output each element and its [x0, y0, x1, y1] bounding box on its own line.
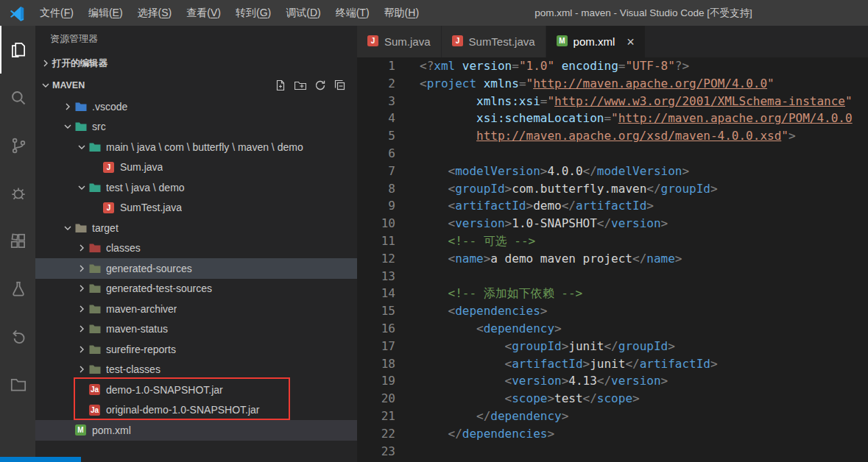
menu-帮助H[interactable]: 帮助(H) [377, 4, 426, 23]
tree-item-test-java-demo[interactable]: test \ java \ demo [35, 177, 357, 198]
close-icon[interactable]: × [627, 35, 635, 49]
sidebar-title: 资源管理器 [35, 26, 357, 52]
line-number: 10 [357, 215, 395, 232]
folder-vscode-icon [74, 102, 87, 112]
line-number: 23 [357, 443, 395, 461]
code-content: <?xml version="1.0" encoding="UTF-8"?><p… [420, 57, 853, 462]
menu-查看V[interactable]: 查看(V) [179, 4, 228, 23]
code-line: <!-- 添加如下依赖 --> [420, 285, 853, 302]
chevron-right-icon [74, 242, 88, 254]
collapse-all-icon[interactable] [334, 79, 347, 92]
tree-item-label: target [92, 222, 119, 234]
code-line: </dependencies> [420, 425, 853, 443]
code-line [420, 443, 853, 461]
tree-item-label: .vscode [92, 101, 127, 113]
folder-src-icon [88, 182, 101, 193]
menu-转到G[interactable]: 转到(G) [228, 4, 278, 23]
tree-item-surefire-reports[interactable]: surefire-reports [35, 339, 357, 360]
code-line [420, 145, 853, 163]
tree-item-generated-sources[interactable]: generated-sources [35, 258, 357, 279]
tree-item-label: maven-status [106, 323, 168, 335]
svg-text:J: J [371, 37, 375, 45]
new-file-icon[interactable] [274, 79, 287, 92]
tree-item-sum.java[interactable]: JSum.java [35, 157, 357, 178]
line-number: 18 [357, 355, 395, 373]
twist-spacer [88, 202, 102, 213]
jar-icon: Ja [88, 384, 101, 395]
tab-sumtest.java[interactable]: JSumTest.java [442, 26, 546, 57]
tab-pom.xml[interactable]: Mpom.xml× [546, 26, 646, 57]
tree-item-main-java-com-butterfly-maven-demo[interactable]: main \ java \ com \ butterfly \ maven \ … [35, 137, 357, 157]
tree-item-maven-archiver[interactable]: maven-archiver [35, 299, 357, 319]
java-icon: J [102, 202, 115, 213]
tree-item-label: Sum.java [120, 161, 163, 173]
status-bar-fragment [0, 457, 81, 462]
code-line: <?xml version="1.0" encoding="UTF-8"?> [420, 57, 853, 75]
code-line: <groupId>junit</groupId> [420, 338, 853, 355]
folder-gen-icon [88, 283, 101, 294]
line-number: 11 [357, 232, 395, 250]
debug-icon[interactable] [0, 169, 35, 217]
line-number: 22 [357, 425, 395, 443]
menu-选择S[interactable]: 选择(S) [130, 4, 180, 23]
menu-终端T[interactable]: 终端(T) [328, 4, 377, 23]
extensions-icon[interactable] [0, 217, 35, 265]
maven-section-label: MAVEN [52, 80, 85, 90]
tree-item-.vscode[interactable]: .vscode [35, 96, 357, 117]
open-editors-section-header[interactable]: 打开的编辑器 [35, 52, 357, 74]
tab-sum.java[interactable]: JSum.java [357, 26, 442, 57]
chevron-right-icon [60, 101, 74, 113]
code-line: <project xmlns="http://maven.apache.org/… [420, 75, 853, 93]
line-number: 17 [357, 338, 395, 355]
workbench: 资源管理器 打开的编辑器 MAVEN .vscodesrcmain \ java… [0, 26, 868, 462]
line-number: 12 [357, 250, 395, 268]
project-folder-icon[interactable] [0, 360, 35, 408]
menu-文件F[interactable]: 文件(F) [32, 4, 81, 23]
tree-item-classes[interactable]: classes [35, 238, 357, 259]
tree-item-generated-test-sources[interactable]: generated-test-sources [35, 279, 357, 299]
tree-item-target[interactable]: target [35, 218, 357, 238]
tree-item-label: SumTest.java [120, 202, 182, 213]
explorer-icon[interactable] [0, 26, 35, 74]
folder-gen-icon [88, 263, 101, 274]
chevron-right-icon [74, 323, 88, 335]
explorer-sidebar: 资源管理器 打开的编辑器 MAVEN .vscodesrcmain \ java… [35, 26, 357, 462]
line-number: 9 [357, 197, 395, 215]
line-number: 5 [357, 127, 395, 145]
tree-item-test-classes[interactable]: test-classes [35, 360, 357, 380]
folder-classes-icon [88, 243, 101, 253]
refresh-icon[interactable] [314, 79, 327, 92]
tab-bar: JSum.javaJSumTest.javaMpom.xml× [357, 26, 868, 57]
tree-item-pom.xml[interactable]: Mpom.xml [35, 420, 357, 441]
test-beaker-icon[interactable] [0, 265, 35, 313]
java-file-icon: J [367, 35, 378, 49]
editor-group: JSum.javaJSumTest.javaMpom.xml× 12345678… [357, 26, 868, 462]
tree-item-label: maven-archiver [106, 303, 177, 315]
svg-text:M: M [559, 37, 565, 45]
line-number: 4 [357, 110, 395, 127]
undo-arrow-icon[interactable] [0, 313, 35, 360]
chevron-right-icon [38, 57, 52, 69]
chevron-down-icon [38, 79, 52, 91]
code-editor[interactable]: 1234567891011121314151617181920212223 <?… [357, 57, 868, 462]
code-line: <!-- 可选 --> [420, 232, 853, 250]
code-line: <version>4.13</version> [420, 372, 853, 390]
tree-item-maven-status[interactable]: maven-status [35, 319, 357, 340]
tree-item-demo-1.0-snapshot.jar[interactable]: Jademo-1.0-SNAPSHOT.jar [35, 380, 357, 400]
search-icon[interactable] [0, 74, 35, 121]
new-folder-icon[interactable] [294, 79, 307, 92]
source-control-icon[interactable] [0, 121, 35, 169]
menu-调试D[interactable]: 调试(D) [278, 4, 328, 23]
twist-spacer [88, 161, 102, 173]
line-number: 8 [357, 180, 395, 198]
menu-编辑E[interactable]: 编辑(E) [81, 4, 130, 23]
open-editors-label: 打开的编辑器 [52, 57, 107, 70]
tree-item-src[interactable]: src [35, 117, 357, 138]
tree-item-sumtest.java[interactable]: JSumTest.java [35, 198, 357, 218]
tab-label: SumTest.java [469, 35, 535, 48]
tree-item-label: generated-test-sources [106, 282, 212, 294]
tree-item-original-demo-1.0-snapshot.jar[interactable]: Jaoriginal-demo-1.0-SNAPSHOT.jar [35, 400, 357, 421]
tab-label: pom.xml [574, 35, 615, 48]
code-line: <groupId>com.butterfly.maven</groupId> [420, 180, 853, 198]
maven-section-header[interactable]: MAVEN [35, 74, 357, 96]
